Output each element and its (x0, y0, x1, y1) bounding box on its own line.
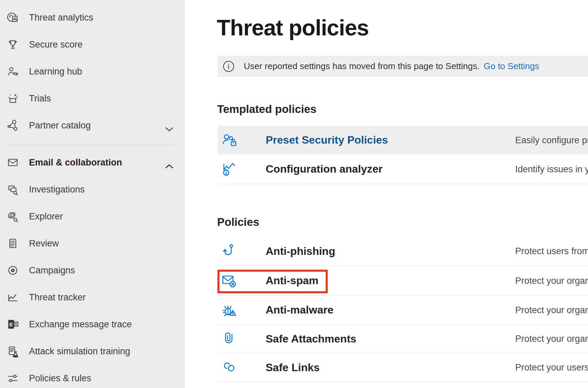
row-name-link[interactable]: Preset Security Policies (266, 134, 388, 146)
row-description: Protect your users fr (515, 362, 588, 373)
banner-message: User reported settings has moved from th… (244, 61, 479, 71)
info-banner: User reported settings has moved from th… (217, 56, 588, 77)
threat-analytics-icon (6, 11, 20, 24)
sidebar-item-secure-score[interactable]: Secure score (0, 31, 185, 58)
sidebar-item-trials[interactable]: Trials (0, 85, 185, 112)
sidebar-item-partner-catalog[interactable]: Partner catalog (0, 112, 185, 139)
row-name[interactable]: Safe Attachments (266, 333, 356, 345)
trials-icon (6, 92, 20, 105)
row-description: Protect your organiz (515, 305, 588, 315)
sidebar-item-attack-simulation-training[interactable]: Attack simulation training (0, 338, 185, 365)
sidebar-item-exchange-message-trace[interactable]: E Exchange message trace (0, 311, 185, 338)
sidebar-item-campaigns[interactable]: Campaigns (0, 257, 185, 284)
sidebar-item-explorer[interactable]: Explorer (0, 203, 185, 230)
sidebar-item-threat-analytics[interactable]: Threat analytics (0, 4, 185, 31)
explorer-icon (6, 210, 20, 223)
configuration-analyzer-icon (217, 160, 242, 178)
sidebar-item-label: Partner catalog (29, 120, 91, 131)
sidebar-item-email-collaboration[interactable]: Email & collaboration (0, 149, 185, 176)
sidebar-item-investigations[interactable]: Investigations (0, 176, 185, 203)
anti-malware-icon (217, 301, 242, 319)
row-description: Protect your organiz (515, 275, 588, 286)
row-description: Identify issues in you (515, 164, 588, 174)
go-to-settings-link[interactable]: Go to Settings (483, 61, 539, 71)
sidebar-item-label: Learning hub (29, 66, 82, 77)
campaigns-icon (6, 264, 20, 277)
exchange-icon: E (6, 318, 20, 331)
sidebar-item-learning-hub[interactable]: Learning hub (0, 58, 185, 85)
secure-score-icon (6, 38, 20, 51)
row-anti-spam[interactable]: Anti-spam Protect your organiz (217, 266, 588, 296)
sidebar-item-label: Email & collaboration (29, 157, 122, 168)
main-content: Threat policies User reported settings h… (185, 0, 588, 388)
threat-policies-page: { "sidebar": { "items": [ { "label": "Th… (0, 0, 588, 388)
info-icon (223, 61, 234, 72)
chevron-up-icon[interactable] (165, 160, 173, 171)
attack-simulation-icon (6, 345, 20, 358)
chevron-down-icon[interactable] (165, 123, 173, 134)
row-safe-links[interactable]: Safe Links Protect your users fr (217, 353, 588, 382)
learning-hub-icon (6, 65, 20, 78)
email-collaboration-icon (6, 156, 20, 169)
row-anti-malware[interactable]: Anti-malware Protect your organiz (217, 296, 588, 325)
row-anti-phishing[interactable]: Anti-phishing Protect users from p (217, 237, 588, 266)
sidebar-item-threat-tracker[interactable]: Threat tracker (0, 284, 185, 311)
sidebar-item-label: Campaigns (29, 265, 75, 276)
sidebar-item-label: Policies & rules (29, 373, 91, 384)
sidebar-item-label: Secure score (29, 39, 83, 50)
anti-spam-icon (217, 272, 242, 290)
sidebar-item-label: Threat analytics (29, 12, 93, 23)
row-configuration-analyzer[interactable]: Configuration analyzer Identify issues i… (217, 154, 588, 184)
sidebar-item-label: Investigations (29, 184, 85, 195)
threat-tracker-icon (6, 291, 20, 304)
safe-links-icon (217, 359, 242, 376)
svg-text:E: E (9, 322, 13, 327)
sidebar-item-label: Threat tracker (29, 292, 86, 303)
sidebar-item-label: Exchange message trace (29, 319, 132, 330)
partner-catalog-icon (6, 119, 20, 132)
sidebar-item-policies-rules[interactable]: Policies & rules (0, 365, 185, 388)
preset-security-icon (217, 131, 242, 149)
row-name[interactable]: Configuration analyzer (266, 163, 383, 175)
sidebar-divider (7, 145, 175, 145)
row-description: Protect users from p (515, 246, 588, 257)
templated-policies-heading: Templated policies (217, 103, 317, 115)
row-description: Protect your organiz (515, 334, 588, 344)
row-description: Easily configure prot (515, 135, 588, 145)
safe-attachments-icon (217, 330, 242, 348)
row-name[interactable]: Anti-phishing (266, 245, 335, 258)
row-safe-attachments[interactable]: Safe Attachments Protect your organiz (217, 325, 588, 353)
sidebar-item-review[interactable]: Review (0, 230, 185, 257)
policies-heading: Policies (217, 216, 259, 228)
investigations-icon (6, 183, 20, 196)
sidebar-item-label: Attack simulation training (29, 346, 130, 357)
page-title: Threat policies (217, 17, 369, 39)
left-nav-sidebar: Threat analytics Secure score Learning h… (0, 0, 185, 388)
sidebar-item-label: Trials (29, 93, 51, 104)
row-name[interactable]: Safe Links (266, 361, 320, 374)
policies-rules-icon (6, 371, 20, 385)
row-name[interactable]: Anti-spam (266, 274, 318, 287)
anti-phishing-icon (217, 242, 242, 260)
row-preset-security-policies[interactable]: Preset Security Policies Easily configur… (217, 126, 588, 154)
sidebar-item-label: Review (29, 238, 59, 249)
row-name[interactable]: Anti-malware (266, 304, 333, 316)
sidebar-item-label: Explorer (29, 211, 63, 222)
review-icon (6, 237, 20, 250)
